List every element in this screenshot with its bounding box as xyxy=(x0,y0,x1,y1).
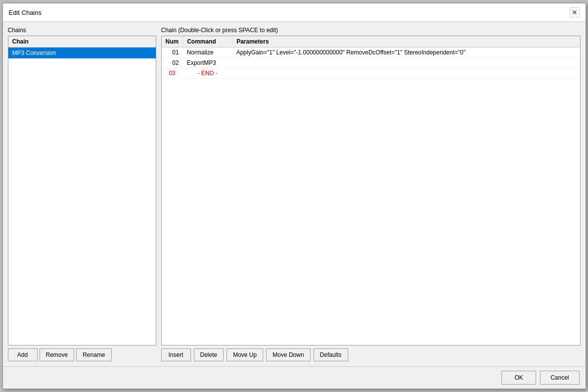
dialog-title: Edit Chains xyxy=(9,9,42,16)
move-up-button[interactable]: Move Up xyxy=(226,348,263,361)
row-command: Normalize xyxy=(183,48,232,58)
cancel-button[interactable]: Cancel xyxy=(540,371,579,385)
chain-list-header: Chain xyxy=(8,36,156,48)
chain-list-item[interactable]: MP3 Conversion xyxy=(8,48,156,58)
table-row[interactable]: 02ExportMP3 xyxy=(162,58,580,68)
row-parameters: ApplyGain="1" Level="-1.000000000000" Re… xyxy=(232,48,580,58)
edit-chains-dialog: Edit Chains ✕ Chains Chain MP3 Conversio… xyxy=(2,3,586,389)
command-table-container: Num Command Parameters 01NormalizeApplyG… xyxy=(161,36,581,345)
move-down-button[interactable]: Move Down xyxy=(266,348,310,361)
row-parameters xyxy=(232,68,580,79)
right-buttons: Insert Delete Move Up Move Down Defaults xyxy=(161,348,581,361)
defaults-button[interactable]: Defaults xyxy=(314,348,348,361)
command-table: Num Command Parameters 01NormalizeApplyG… xyxy=(162,36,580,79)
chains-label: Chains xyxy=(8,27,156,34)
table-header-row: Num Command Parameters xyxy=(162,36,580,48)
ok-button[interactable]: OK xyxy=(501,371,536,385)
left-buttons: Add Remove Rename xyxy=(8,348,156,361)
add-button[interactable]: Add xyxy=(8,348,38,361)
right-panel: Chain (Double-Click or press SPACE to ed… xyxy=(161,27,581,361)
dialog-footer: OK Cancel xyxy=(3,366,586,389)
chain-list-container: Chain MP3 Conversion xyxy=(8,36,156,345)
table-row[interactable]: 01NormalizeApplyGain="1" Level="-1.00000… xyxy=(162,48,580,58)
rename-button[interactable]: Rename xyxy=(76,348,111,361)
table-row[interactable]: 03- END - xyxy=(162,68,580,79)
remove-button[interactable]: Remove xyxy=(40,348,75,361)
row-command: ExportMP3 xyxy=(183,58,232,68)
dialog-body: Chains Chain MP3 Conversion Add Remove R… xyxy=(3,22,586,366)
left-panel: Chains Chain MP3 Conversion Add Remove R… xyxy=(8,27,156,361)
command-column-header: Command xyxy=(183,36,232,48)
insert-button[interactable]: Insert xyxy=(161,348,191,361)
row-command: - END - xyxy=(183,68,232,79)
row-parameters xyxy=(232,58,580,68)
close-button[interactable]: ✕ xyxy=(570,7,580,17)
num-column-header: Num xyxy=(162,36,183,48)
chain-panel-label: Chain (Double-Click or press SPACE to ed… xyxy=(161,27,581,34)
parameters-column-header: Parameters xyxy=(232,36,580,48)
row-num: 01 xyxy=(162,48,183,58)
title-bar: Edit Chains ✕ xyxy=(3,3,586,22)
row-num: 03 xyxy=(162,68,183,79)
delete-button[interactable]: Delete xyxy=(194,348,224,361)
row-num: 02 xyxy=(162,58,183,68)
